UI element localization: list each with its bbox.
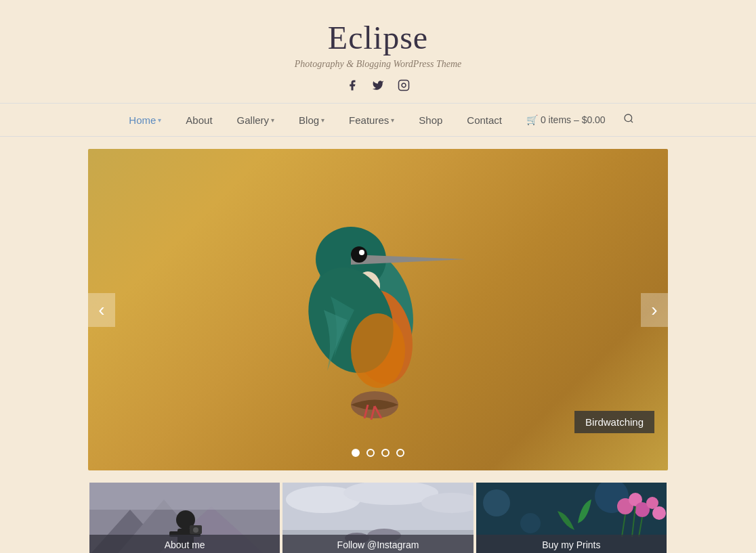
svg-point-10 [351,246,367,263]
slider-dot-2[interactable] [366,449,375,457]
slider-dot-3[interactable] [381,449,390,457]
card-label-instagram: Follow @Instagram [282,535,473,553]
svg-rect-19 [89,483,280,510]
svg-point-2 [625,114,632,122]
instagram-icon[interactable] [398,79,410,95]
svg-point-11 [359,250,364,255]
slider-prev-button[interactable]: ‹ [88,293,115,327]
svg-point-35 [520,513,541,533]
nav-cart[interactable]: 🛒 0 items – $0.00 [514,113,618,127]
nav-gallery[interactable]: Gallery ▾ [225,113,287,127]
bird-illustration [209,154,547,466]
svg-line-3 [631,120,633,123]
chevron-down-icon: ▾ [321,116,324,124]
nav-contact[interactable]: Contact [455,113,514,127]
site-title: Eclipse [0,19,756,56]
nav-features[interactable]: Features ▾ [337,113,406,127]
card-label-prints: Buy my Prints [476,535,667,553]
nav-about[interactable]: About [173,113,224,127]
main-slider: ‹ › Birdwatching [88,149,668,470]
slider-dot-4[interactable] [396,449,404,457]
chevron-down-icon: ▾ [271,116,274,124]
card-about-me[interactable]: About me [89,483,280,553]
facebook-icon[interactable] [346,79,358,95]
card-label-about: About me [89,535,280,553]
cards-row: About me Follow @Instagram [0,483,756,553]
site-tagline: Photography & Blogging WordPress Theme [0,59,756,70]
svg-point-25 [193,527,198,533]
social-icons [0,79,756,95]
svg-point-34 [483,489,510,516]
nav-shop[interactable]: Shop [406,113,455,127]
slider-dots [352,449,404,457]
card-instagram[interactable]: Follow @Instagram [282,483,473,553]
svg-rect-0 [399,81,409,91]
nav-blog[interactable]: Blog ▾ [287,113,337,127]
chevron-down-icon: ▾ [158,116,161,124]
card-prints[interactable]: Buy my Prints [476,483,667,553]
site-header: Eclipse Photography & Blogging WordPress… [0,0,756,95]
slider-next-button[interactable]: › [641,293,668,327]
main-nav: Home ▾ About Gallery ▾ Blog ▾ Features ▾… [0,103,756,137]
svg-point-13 [351,313,405,388]
slider-label: Birdwatching [574,411,654,433]
search-icon[interactable] [618,112,639,128]
chevron-down-icon: ▾ [391,116,394,124]
svg-point-41 [652,506,666,520]
twitter-icon[interactable] [372,79,384,95]
slider-dot-1[interactable] [352,449,360,457]
nav-home[interactable]: Home ▾ [117,113,173,127]
